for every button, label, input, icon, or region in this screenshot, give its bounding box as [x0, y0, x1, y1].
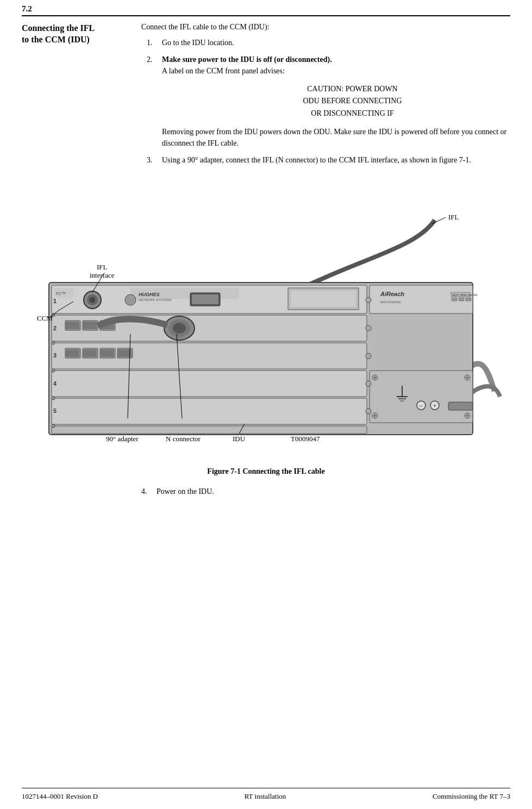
ifl-label: IFL: [448, 213, 459, 221]
slot-4: [52, 371, 367, 397]
indicator-2-right: [366, 325, 371, 331]
slot-2: [52, 315, 367, 341]
section-heading-block: Connecting the IFL to the CCM (IDU): [22, 23, 130, 46]
footer-rule: [22, 788, 510, 788]
step-4-text: Power on the IDU.: [157, 486, 510, 497]
page-number-top: 7.2: [22, 4, 32, 14]
next-btn: [452, 298, 457, 301]
tc-text: TC™: [55, 291, 66, 296]
step-4-container: 4. Power on the IDU.: [141, 486, 510, 497]
svg-text:NEXT  PREV  ENTER: NEXT PREV ENTER: [452, 293, 478, 297]
section-heading: Connecting the IFL to the CCM (IDU): [22, 23, 130, 46]
power-connector: [448, 402, 473, 410]
right-panel: [370, 371, 473, 423]
svg-rect-6: [100, 349, 114, 357]
step-2-bold: Make sure power to the IDU is off (or di…: [162, 55, 332, 64]
footer: 1027144–0001 Revision D RT installation …: [22, 792, 510, 801]
caution-block: CAUTION: POWER DOWN ODU BEFORE CONNECTIN…: [195, 83, 510, 120]
row-num-5: 5: [53, 407, 57, 414]
ifl-connector-center: [90, 297, 95, 303]
step-2-content: Make sure power to the IDU is off (or di…: [162, 54, 510, 149]
ccm-label-svg: CCM: [37, 314, 53, 322]
nconn-label: N connector: [166, 435, 201, 443]
step-1: 1. Go to the IDU location.: [147, 37, 510, 48]
svg-rect-1: [65, 322, 79, 329]
connector-2: [125, 294, 136, 305]
caution-line3: OR DISCONNECTING IF: [195, 108, 510, 120]
figure-container: IFL HUGHES NETWORK SYSTEMS TC™: [22, 212, 510, 462]
heading-line1: Connecting the IFL: [22, 23, 95, 33]
aireach-sub: BROADBAND: [380, 300, 402, 304]
figure-area: IFL HUGHES NETWORK SYSTEMS TC™: [22, 212, 510, 503]
t-number-label: T0009047: [291, 435, 320, 443]
caution-line2: ODU BEFORE CONNECTING: [195, 95, 510, 107]
prev-btn: [459, 298, 464, 301]
numbered-list: 1. Go to the IDU location. 2. Make sure …: [147, 37, 510, 166]
step-2: 2. Make sure power to the IDU is off (or…: [147, 54, 510, 149]
step-3-num: 3.: [147, 154, 162, 166]
step-1-text: Go to the IDU location.: [162, 37, 510, 48]
hughes-text: HUGHES: [139, 292, 160, 297]
right-col: Connect the IFL cable to the CCM (IDU): …: [141, 23, 510, 171]
footer-left: 1027144–0001 Revision D: [22, 792, 98, 801]
svg-rect-2: [83, 322, 97, 329]
display-screen: [291, 291, 356, 307]
step-2-sub: A label on the CCM front panel advises:: [162, 67, 285, 75]
screw-left-3: [52, 369, 55, 372]
step-2-num: 2.: [147, 54, 162, 149]
removing-text: Removing power from the IDU powers down …: [162, 126, 510, 149]
indicator-4-right: [366, 381, 371, 386]
figure-svg: IFL HUGHES NETWORK SYSTEMS TC™: [22, 212, 511, 451]
hughes-sub: NETWORK SYSTEMS: [139, 298, 172, 302]
heading-line2: to the CCM (IDU): [22, 35, 90, 44]
indicator-3-right: [366, 353, 371, 359]
slot-5: [52, 398, 367, 424]
svg-text:–: –: [420, 403, 423, 409]
svg-rect-4: [65, 349, 79, 357]
figure-caption: Figure 7-1 Connecting the IFL cable: [22, 467, 510, 476]
db-connector-inner: [192, 294, 218, 304]
step-3-text: Using a 90° adapter, connect the IFL (N …: [162, 154, 510, 166]
row-num-2: 2: [53, 325, 57, 331]
svg-text:+: +: [433, 403, 436, 409]
row-num-3: 3: [53, 352, 57, 359]
footer-center: RT installation: [245, 792, 286, 801]
n-connector-inner2: [173, 323, 186, 334]
footer-right: Commissioning the RT 7–3: [433, 792, 510, 801]
indicator-5-right: [366, 409, 371, 414]
ifl-iface-line1: IFL: [97, 263, 108, 271]
step-1-num: 1.: [147, 37, 162, 48]
svg-rect-7: [117, 349, 132, 357]
intro-text: Connect the IFL cable to the CCM (IDU):: [141, 23, 510, 32]
aireach-area: [370, 285, 473, 313]
slot-3: [52, 343, 367, 369]
screw-left-5: [52, 424, 55, 428]
row-num-1: 1: [53, 298, 57, 304]
aireach-text: AiReach: [380, 291, 404, 297]
caution-line1: CAUTION: POWER DOWN: [195, 83, 510, 95]
step-4: 4. Power on the IDU.: [141, 486, 510, 497]
enter-btn: [466, 298, 471, 301]
ifl-iface-line2: interface: [90, 271, 115, 279]
svg-rect-5: [83, 349, 97, 357]
bottom-strip: [52, 426, 367, 434]
adapter-label: 90° adapter: [106, 435, 139, 443]
screw-left-2: [52, 341, 55, 344]
step-3: 3. Using a 90° adapter, connect the IFL …: [147, 154, 510, 166]
top-rule: [22, 15, 510, 16]
step-4-num: 4.: [141, 486, 157, 497]
screw-left-4: [52, 397, 55, 400]
idu-label-svg: IDU: [233, 435, 246, 443]
row-num-4: 4: [53, 380, 57, 387]
indicator-1-right: [366, 297, 371, 303]
